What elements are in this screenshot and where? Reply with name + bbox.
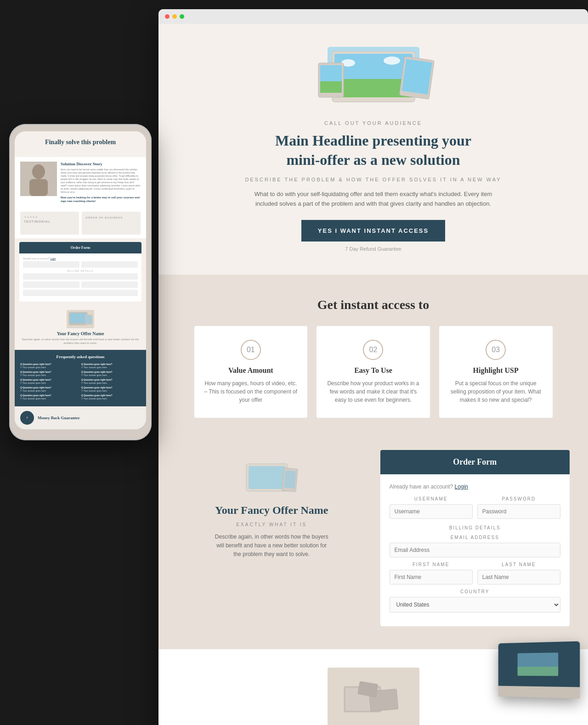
phone-story-text: Solution Discover Story Nunc you need to… (61, 162, 141, 203)
svg-rect-25 (29, 179, 48, 196)
svg-rect-31 (518, 667, 559, 676)
feature-desc-1: How many pages, hours of video, etc. – T… (204, 379, 299, 404)
phone-faq-item-1: Q Question goes right here?Y Your answer… (20, 363, 79, 369)
username-input[interactable] (390, 504, 473, 519)
phone-guarantee-badge: 7 (20, 411, 34, 425)
feature-number-1: 01 (241, 340, 261, 360)
order-form-card: Order Form Already have an account? Logi… (380, 450, 570, 626)
browser-dot-green (180, 14, 184, 19)
phone-faq-item-10: Q Question goes right here?Y Your answer… (81, 394, 141, 400)
first-name-group: First Name (390, 562, 473, 584)
phone-login-link[interactable]: Login (50, 257, 56, 260)
phone-faq-col-2: Q Question goes right here?Y Your answer… (81, 363, 141, 402)
offer-title: Your Fancy Offer Name (177, 503, 367, 517)
features-section: Get instant access to 01 Value Amount Ho… (158, 275, 588, 441)
phone-first-name (23, 281, 79, 288)
phone-faq: Frequently asked questions Q Question go… (15, 350, 146, 406)
feature-card-2: 02 Easy To Use Describe how your product… (317, 326, 430, 418)
order-form-header: Order Form (380, 450, 570, 474)
phone-billing-label: BILLING DETAILS (23, 270, 138, 272)
password-input[interactable] (477, 504, 560, 519)
form-username-password-row: Username Password (390, 496, 561, 519)
phone-order-section: Order Form Already have an account? Logi… (15, 238, 146, 305)
laptop-screen (498, 641, 580, 687)
phone-faq-item-3: Q Question goes right here?Y Your answer… (20, 378, 79, 385)
phone-story-body: Nunc you need to be honest some volatile… (61, 168, 141, 194)
laptop-base (498, 686, 580, 699)
phone-faq-item-5: Q Question goes right here?Y Your answer… (20, 394, 79, 400)
phone-offer-devices (67, 310, 94, 328)
hero-section: CALL OUT YOUR AUDIENCE Main Headline pre… (158, 24, 588, 275)
order-offer-section: Your Fancy Offer Name EXACTLY WHAT IT IS… (158, 441, 588, 649)
phone-email-field (23, 273, 138, 280)
bottom-product-img (328, 668, 419, 725)
first-name-label: First Name (390, 562, 473, 567)
country-select[interactable]: United States (390, 597, 561, 613)
phone-password-input (81, 261, 138, 268)
phone-last-name (81, 281, 138, 288)
email-label: Email Address (390, 535, 561, 540)
phone-testimonial-2: ORDER OF BUSINESS (82, 212, 141, 235)
phone-faq-item-8: Q Question goes right here?Y Your answer… (81, 378, 141, 385)
svg-rect-29 (85, 315, 92, 324)
svg-rect-18 (284, 470, 296, 489)
phone-faq-item-9: Q Question goes right here?Y Your answer… (81, 386, 141, 393)
password-field-group: Password (477, 496, 560, 519)
browser-window: CALL OUT YOUR AUDIENCE Main Headline pre… (158, 9, 588, 725)
first-name-input[interactable] (390, 570, 473, 584)
svg-point-6 (384, 56, 400, 65)
feature-number-2: 02 (363, 340, 383, 360)
phone-faq-item-6: Q Question goes right here?Y Your answer… (81, 363, 141, 369)
phone-testimonial-1: ★★★★★ TESTIMONIAL (20, 212, 79, 235)
phone-guarantee-text: Money Back Guarantee (38, 416, 80, 420)
devices-image (300, 38, 447, 111)
login-link[interactable]: Login (455, 483, 468, 490)
phone-hero: Finally solve this problem (15, 131, 146, 157)
svg-rect-14 (401, 59, 432, 94)
phone-story-cta: Now you're looking for a better way to s… (61, 196, 141, 203)
svg-point-24 (32, 164, 45, 179)
phone-name-row (23, 281, 138, 288)
phone-faq-grid: Q Question goes right here?Y Your answer… (20, 363, 141, 402)
phone-order-form: Order Form Already have an account? Logi… (19, 242, 141, 302)
username-label: Username (390, 496, 473, 501)
phone-faq-item-7: Q Question goes right here?Y Your answer… (81, 371, 141, 377)
features-grid: 01 Value Amount How many pages, hours of… (194, 326, 553, 418)
feature-card-1: 01 Value Amount How many pages, hours of… (194, 326, 308, 418)
hero-cta-button[interactable]: YES I WANT INSTANT ACCESS (301, 220, 445, 242)
feature-desc-2: Describe how your product works in a few… (326, 379, 421, 404)
phone-story-section: Solution Discover Story Nunc you need to… (15, 157, 146, 208)
phone-guarantee: 7 Money Back Guarantee (15, 406, 146, 429)
phone-story-title: Solution Discover Story (61, 162, 141, 166)
phone-offer-desc: Describe again, in other words how the b… (20, 337, 141, 345)
last-name-label: Last Name (477, 562, 560, 567)
hero-subheadline: DESCRIBE THE PROBLEM & HOW THE OFFER SOL… (186, 177, 560, 182)
phone-story-img (20, 162, 57, 196)
password-label: Password (477, 496, 560, 501)
email-field-group: Email Address (390, 535, 561, 557)
testimonial-label-2: ORDER OF BUSINESS (85, 216, 137, 219)
hero-body: What to do with your self-liquidating of… (254, 190, 493, 209)
phone-order-header: Order Form (19, 242, 141, 253)
phone-already-account: Already have an account? Login (23, 257, 138, 260)
billing-label: BILLING DETAILS (390, 525, 561, 530)
phone-username-input (23, 261, 79, 268)
offer-side: Your Fancy Offer Name EXACTLY WHAT IT IS… (177, 450, 367, 559)
hero-headline: Main Headline presenting your mini-offer… (259, 131, 488, 169)
phone-faq-item-2: Q Question goes right here?Y Your answer… (20, 371, 79, 377)
email-input[interactable] (390, 543, 561, 557)
browser-dot-yellow (172, 14, 177, 19)
hero-eyebrow: CALL OUT YOUR AUDIENCE (186, 120, 560, 126)
phone-order-body: Already have an account? Login BILLING D… (19, 253, 141, 302)
feature-title-3: Highlight USP (448, 366, 543, 375)
phone-testimonials: ★★★★★ TESTIMONIAL ORDER OF BUSINESS (15, 208, 146, 238)
phone-guarantee-number: 7 (27, 416, 28, 419)
order-form-body: Already have an account? Login Username … (380, 474, 570, 626)
last-name-input[interactable] (477, 570, 560, 584)
phone-headline: Finally solve this problem (21, 139, 140, 146)
feature-card-3: 03 Highlight USP Put a special focus on … (439, 326, 553, 418)
name-row: First Name Last Name (390, 562, 561, 584)
form-login-text: Already have an account? Login (390, 483, 561, 490)
feature-title-1: Value Amount (204, 366, 299, 375)
phone-offer-section: Your Fancy Offer Name Describe again, in… (15, 305, 146, 350)
